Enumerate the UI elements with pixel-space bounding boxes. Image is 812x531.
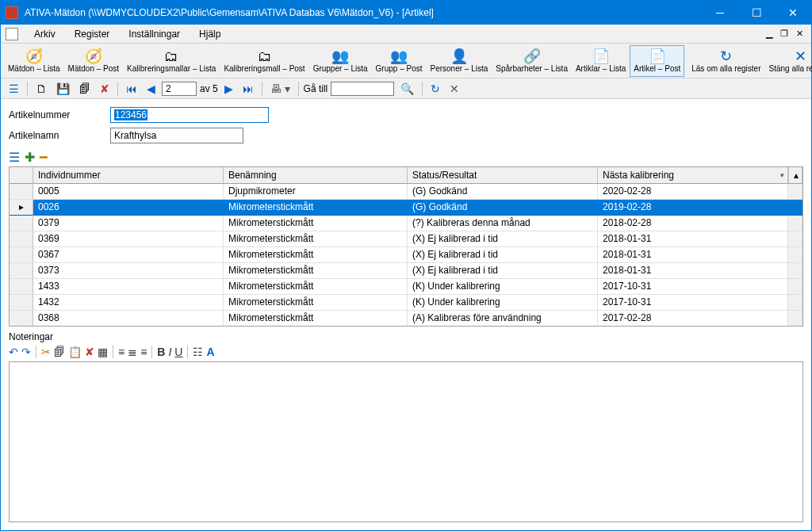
search-icon[interactable]: 🔍	[397, 81, 417, 97]
toolbar-btn-3[interactable]: 🗂Kalibreringsmall – Post	[220, 45, 308, 77]
print-icon[interactable]: 🖶 ▾	[267, 81, 293, 97]
col-individnummer[interactable]: Individnummer	[33, 167, 224, 184]
undo-icon[interactable]: ↶	[9, 346, 18, 358]
scroll-track[interactable]	[788, 247, 802, 263]
scroll-up-button[interactable]: ▴	[788, 167, 802, 184]
scroll-track[interactable]	[788, 231, 802, 247]
menu-installningar[interactable]: Inställningar	[121, 27, 188, 41]
data-grid[interactable]: Individnummer Benämning Status/Resultat …	[9, 166, 803, 327]
bullet-list-icon[interactable]: ☷	[193, 346, 203, 358]
paste-icon[interactable]: 📋	[68, 346, 82, 358]
row-indicator	[10, 184, 33, 200]
font-icon[interactable]: A	[206, 346, 214, 358]
scroll-track[interactable]	[788, 279, 802, 295]
align-center-icon[interactable]: ≣	[128, 346, 137, 358]
table-row[interactable]: 0369Mikrometerstickmått(X) Ej kalibrerad…	[10, 231, 802, 247]
delete-record-icon[interactable]: ✘	[97, 81, 113, 97]
bold-icon[interactable]: B	[157, 346, 165, 358]
cell-status: (X) Ej kalibrerad i tid	[408, 247, 598, 263]
col-nasta-kalibrering[interactable]: Nästa kalibrering▾	[598, 167, 788, 184]
redo-icon[interactable]: ↷	[21, 346, 31, 358]
close-form-icon[interactable]: ✕	[446, 81, 462, 97]
page-number-input[interactable]	[162, 82, 197, 96]
artikelnummer-label: Artikelnummer	[9, 109, 104, 120]
scroll-track[interactable]	[788, 295, 802, 311]
toolbar-btn-5[interactable]: 👥Grupp – Post	[372, 45, 427, 77]
scroll-track[interactable]	[788, 311, 802, 326]
col-status[interactable]: Status/Resultat	[408, 167, 598, 184]
mdi-restore-button[interactable]: ❐	[777, 29, 791, 39]
table-row[interactable]: 1432Mikrometerstickmått(K) Under kalibre…	[10, 295, 802, 311]
scroll-track[interactable]	[788, 200, 802, 216]
toolbar-btn-2[interactable]: 🗂Kalibreringsmallar – Lista	[123, 45, 220, 77]
first-record-icon[interactable]: ⏮	[123, 81, 140, 97]
cell-date: 2017-10-31	[598, 279, 788, 295]
toolbar-right-btn-1[interactable]: ✕Stäng alla register	[765, 45, 813, 77]
scroll-track[interactable]	[788, 216, 802, 231]
toolbar-btn-8[interactable]: 📄Artiklar – Lista	[572, 45, 630, 77]
copy-icon[interactable]: 🗐	[54, 346, 65, 358]
goto-label: Gå till	[304, 83, 328, 94]
select-all-icon[interactable]: ▦	[98, 346, 108, 358]
align-right-icon[interactable]: ≡	[140, 346, 147, 358]
toolbar-label: Personer – Lista	[431, 64, 488, 74]
cell-date: 2017-02-28	[598, 311, 788, 326]
form-area: Artikelnummer 123456 Artikelnamn	[1, 99, 811, 148]
delete-icon[interactable]: ✘	[85, 346, 94, 358]
new-record-icon[interactable]: 🗋	[33, 81, 50, 97]
scroll-track[interactable]	[788, 263, 802, 279]
toolbar-btn-7[interactable]: 🔗Spårbarheter – Lista	[492, 45, 572, 77]
toolbar-btn-4[interactable]: 👥Grupper – Lista	[309, 45, 372, 77]
grid-toolbar: ☰ ✚ ━	[1, 148, 811, 166]
cell-ben: Mikrometerstickmått	[224, 200, 408, 216]
mdi-minimize-button[interactable]: ▁	[763, 29, 776, 39]
align-left-icon[interactable]: ≡	[118, 346, 124, 358]
artikelnummer-field[interactable]: 123456	[110, 107, 269, 123]
grid-add-icon[interactable]: ✚	[25, 150, 35, 165]
row-indicator	[10, 279, 33, 295]
sort-desc-icon: ▾	[780, 171, 784, 179]
notes-toolbar: ↶ ↷ ✂ 🗐 📋 ✘ ▦ ≡ ≣ ≡ B I U ☷ A	[1, 344, 811, 360]
scroll-track[interactable]	[788, 184, 802, 200]
next-record-icon[interactable]: ▶	[221, 81, 236, 97]
minimize-button[interactable]: ─	[702, 1, 738, 25]
prev-record-icon[interactable]: ◀	[144, 81, 159, 97]
close-button[interactable]: ✕	[775, 1, 811, 25]
table-row[interactable]: 0379Mikrometerstickmått(?) Kalibreras de…	[10, 216, 802, 231]
artikelnamn-field[interactable]	[110, 128, 243, 143]
table-row[interactable]: ▸0026Mikrometerstickmått(G) Godkänd2019-…	[10, 200, 802, 216]
list-view-icon[interactable]: ☰	[6, 81, 22, 97]
notes-textarea[interactable]	[9, 361, 803, 522]
refresh-icon[interactable]: ↻	[427, 81, 443, 97]
toolbar-right-btn-0[interactable]: ↻Läs om alla register	[688, 45, 764, 77]
cell-ben: Mikrometerstickmått	[224, 295, 408, 311]
table-row[interactable]: 1433Mikrometerstickmått(K) Under kalibre…	[10, 279, 802, 295]
grid-list-icon[interactable]: ☰	[9, 150, 20, 165]
cut-icon[interactable]: ✂	[41, 346, 51, 358]
last-record-icon[interactable]: ⏭	[239, 81, 257, 97]
row-indicator	[10, 231, 33, 247]
table-row[interactable]: 0373Mikrometerstickmått(X) Ej kalibrerad…	[10, 263, 802, 279]
menu-hjalp[interactable]: Hjälp	[191, 27, 228, 41]
cell-id: 0373	[33, 263, 224, 279]
toolbar-icon: 👤	[450, 48, 468, 64]
toolbar-btn-9[interactable]: 📄Artikel – Post	[630, 45, 684, 77]
copy-record-icon[interactable]: 🗐	[76, 81, 94, 97]
col-benamning[interactable]: Benämning	[224, 167, 408, 184]
table-row[interactable]: 0368Mikrometerstickmått(A) Kalibreras fö…	[10, 311, 802, 326]
toolbar-btn-1[interactable]: 🧭Mätdon – Post	[64, 45, 123, 77]
maximize-button[interactable]: ☐	[738, 1, 775, 25]
menu-register[interactable]: Register	[67, 27, 118, 41]
menu-arkiv[interactable]: Arkiv	[26, 27, 63, 41]
goto-input[interactable]	[331, 82, 394, 96]
table-row[interactable]: 0367Mikrometerstickmått(X) Ej kalibrerad…	[10, 247, 802, 263]
italic-icon[interactable]: I	[168, 346, 171, 358]
toolbar-btn-6[interactable]: 👤Personer – Lista	[427, 45, 492, 77]
grid-remove-icon[interactable]: ━	[40, 150, 48, 165]
save-icon[interactable]: 💾	[53, 81, 73, 97]
cell-ben: Mikrometerstickmått	[224, 231, 408, 247]
toolbar-btn-0[interactable]: 🧭Mätdon – Lista	[4, 45, 64, 77]
table-row[interactable]: 0005Djupmikrometer(G) Godkänd2020-02-28	[10, 184, 802, 200]
mdi-close-button[interactable]: ✕	[793, 29, 806, 39]
underline-icon[interactable]: U	[174, 346, 182, 358]
